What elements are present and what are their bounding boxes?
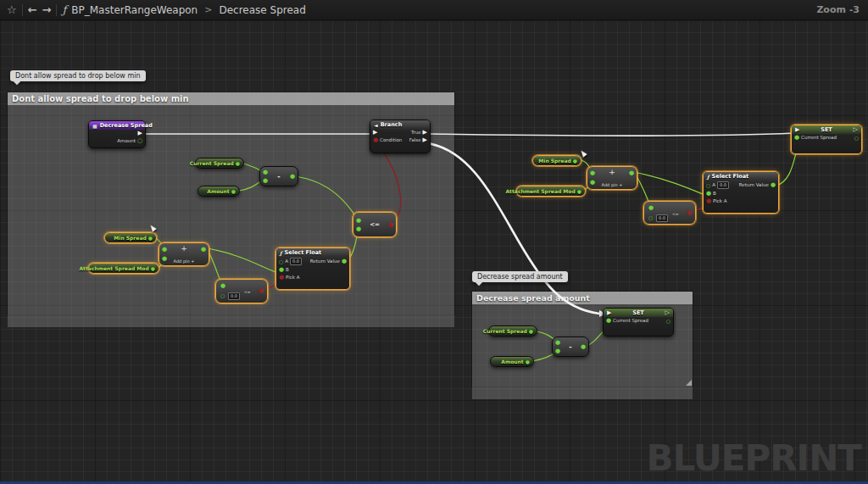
node-add[interactable]: ● ● ● + Add pin + — [587, 166, 637, 190]
pin-label: B — [713, 191, 716, 197]
getter-attachment-spread-mod[interactable]: Attachment Spread Mod ● — [88, 263, 159, 274]
pick-a-pin[interactable]: ● — [706, 198, 711, 204]
in-pin-b[interactable]: ○ — [220, 293, 225, 298]
node-subtract[interactable]: ● ● - ● — [552, 337, 589, 357]
graph-toolbar: ☆ ← → ƒ BP_MasterRangeWeapon > Decrease … — [0, 0, 868, 20]
float-input-field[interactable]: 0.0 — [290, 258, 302, 265]
out-pin[interactable]: ● — [529, 329, 533, 334]
in-pin-a[interactable]: ● — [555, 340, 560, 346]
add-pin-button[interactable]: Add pin + — [159, 259, 209, 264]
operator-label: <= — [672, 212, 679, 216]
out-pin[interactable]: ● — [290, 174, 295, 180]
return-pin[interactable]: ● — [342, 259, 347, 264]
node-less-equal[interactable]: ● ● <= ● — [353, 212, 397, 237]
pin-label: Amount — [117, 138, 136, 144]
out-pin[interactable]: ● — [573, 159, 577, 164]
return-pin[interactable]: ● — [771, 182, 776, 188]
node-less-equal-literal[interactable]: ● ○ 0.0 <= ● — [643, 201, 696, 225]
value-out-pin[interactable]: ○ — [854, 136, 859, 141]
exec-out-pin[interactable]: ▷ — [665, 310, 670, 316]
out-pin[interactable]: ● — [231, 189, 236, 194]
getter-current-spread[interactable]: Current Spread ● — [195, 158, 244, 169]
data-wire[interactable] — [295, 176, 358, 220]
nav-back-icon[interactable]: ← — [28, 4, 37, 15]
out-pin[interactable]: ● — [236, 161, 240, 166]
in-pin-b[interactable]: ● — [555, 348, 560, 354]
float-input-field[interactable]: 0.0 — [656, 214, 668, 222]
in-pin-a[interactable]: ● — [263, 170, 268, 175]
toolbar-divider — [56, 4, 57, 16]
nav-forward-icon[interactable]: → — [42, 4, 52, 15]
pin-label: Return Value — [739, 182, 769, 188]
out-pin[interactable]: ● — [577, 189, 581, 194]
getter-amount[interactable]: Amount ● — [490, 356, 534, 367]
amount-out-pin[interactable]: ○ — [137, 138, 142, 144]
out-pin[interactable]: ● — [388, 222, 393, 228]
breadcrumb-separator: > — [204, 4, 212, 15]
node-select-float[interactable]: ƒ Select Float ○ A 0.0 Return Value ● ●B… — [703, 171, 779, 214]
node-set-current-spread[interactable]: ▶ SET ▷ ●Current Spread ○ — [603, 308, 674, 337]
out-pin[interactable]: ● — [151, 266, 155, 271]
add-pin-button[interactable]: Add pin + — [587, 182, 637, 187]
node-title: Select Float — [285, 249, 322, 256]
function-icon: ƒ — [62, 4, 66, 15]
node-function-entry[interactable]: ▦ Decrease Spread ▶ Amount○ — [88, 120, 146, 148]
out-pin[interactable]: ● — [148, 236, 153, 241]
pin-label: Current Spread — [613, 318, 648, 324]
comment-tooltip: Decrease spread amount — [472, 271, 568, 282]
breadcrumb-root[interactable]: BP_MasterRangeWeapon — [71, 4, 198, 16]
getter-amount[interactable]: Amount ● — [198, 186, 240, 197]
in-pin-b[interactable]: ○ — [648, 215, 653, 220]
pin-label: Pick A — [286, 275, 299, 281]
getter-attachment-spread-mod[interactable]: Attachment Spread Mod ● — [516, 186, 586, 197]
node-less-equal-literal[interactable]: ● ○ 0.0 <= ● — [215, 279, 268, 303]
node-subtract[interactable]: ● ● - ● — [259, 166, 298, 186]
getter-min-spread[interactable]: Min Spread ● — [104, 232, 157, 243]
value-out-pin[interactable]: ○ — [666, 319, 670, 324]
in-pin-b[interactable]: ● — [263, 178, 268, 184]
out-pin[interactable]: ● — [526, 359, 530, 364]
getter-current-spread[interactable]: Current Spread ● — [488, 325, 537, 337]
getter-min-spread[interactable]: Min Spread ● — [532, 155, 581, 166]
float-input-field[interactable]: 0.0 — [228, 292, 240, 300]
exec-in-pin[interactable]: ▶ — [795, 127, 799, 133]
node-branch[interactable]: ◄ Branch ▶ True▶ ●Condition False▶ — [370, 120, 431, 153]
comment-tooltip: Dont allow spread to drop below min — [10, 70, 146, 81]
node-set-current-spread[interactable]: ▶ SET ▷ ●Current Spread ○ — [791, 125, 862, 154]
pick-a-pin[interactable]: ● — [279, 275, 284, 281]
blueprint-editor: ☆ ← → ƒ BP_MasterRangeWeapon > Decrease … — [0, 0, 868, 484]
pin-b[interactable]: ● — [279, 267, 284, 273]
condition-pin[interactable]: ● — [373, 137, 378, 143]
graph-canvas[interactable]: BLUEPRINT Dont allow spread to drop belo… — [0, 20, 868, 484]
pin-a[interactable]: ○ — [706, 183, 710, 188]
out-pin[interactable]: ● — [687, 210, 692, 216]
pin-a[interactable]: ○ — [279, 259, 283, 264]
in-pin-a[interactable]: ● — [648, 205, 654, 211]
exec-out-pin[interactable]: ▷ — [854, 127, 858, 133]
false-exec-pin[interactable]: ▶ — [423, 137, 427, 143]
in-pin-a[interactable]: ● — [356, 218, 361, 224]
out-pin[interactable]: ● — [259, 288, 264, 294]
exec-wire-true-set[interactable] — [428, 133, 795, 136]
node-title: SET — [821, 126, 832, 133]
exec-wire-false-set[interactable] — [428, 143, 599, 314]
pin-b[interactable]: ● — [706, 191, 711, 197]
in-pin-a[interactable]: ● — [220, 283, 225, 289]
data-wire[interactable] — [207, 248, 278, 273]
exec-in-pin[interactable]: ▶ — [607, 310, 611, 316]
getter-label: Min Spread — [538, 158, 570, 164]
favorite-star-icon[interactable]: ☆ — [7, 4, 17, 15]
exec-out-pin[interactable]: ▶ — [138, 131, 142, 136]
function-icon: ƒ — [707, 174, 709, 180]
node-title: Branch — [381, 121, 403, 128]
breadcrumb-current[interactable]: Decrease Spread — [219, 4, 305, 16]
value-in-pin[interactable]: ● — [794, 135, 799, 141]
in-pin-b[interactable]: ● — [356, 226, 361, 232]
node-add[interactable]: ● ● ● + Add pin + — [159, 242, 209, 266]
float-input-field[interactable]: 0.0 — [717, 181, 729, 189]
value-in-pin[interactable]: ● — [606, 318, 611, 324]
exec-in-pin[interactable]: ▶ — [373, 130, 377, 136]
out-pin[interactable]: ● — [581, 344, 586, 350]
node-select-float[interactable]: ƒ Select Float ○ A 0.0 Return Value ● ●B… — [275, 248, 350, 290]
true-exec-pin[interactable]: ▶ — [423, 130, 427, 136]
